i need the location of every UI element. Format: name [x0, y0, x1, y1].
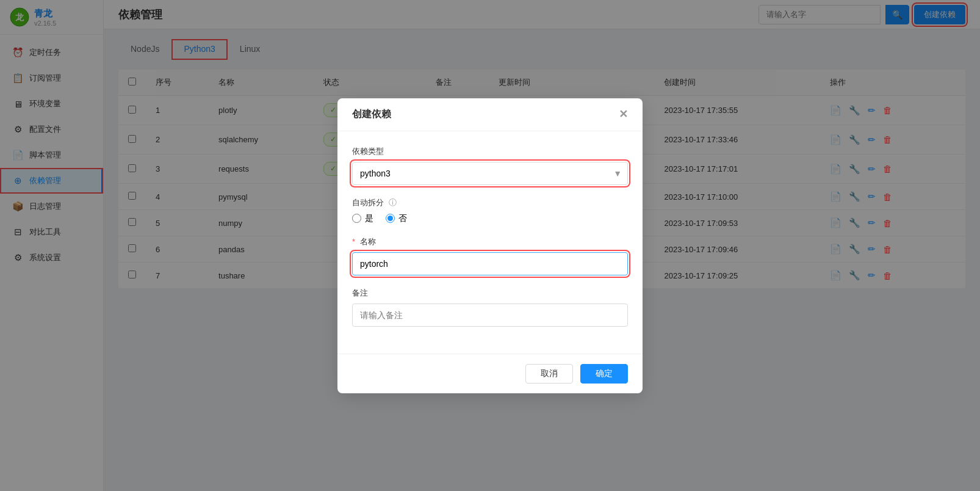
cancel-button[interactable]: 取消 — [525, 364, 573, 384]
modal-title: 创建依赖 — [352, 108, 391, 121]
modal-body: 依赖类型 python3 nodejs linux ▼ 自动拆分 ⓘ — [337, 131, 643, 354]
modal-footer: 取消 确定 — [337, 354, 643, 393]
dependency-type-group: 依赖类型 python3 nodejs linux ▼ — [352, 146, 628, 185]
name-group: * 名称 — [352, 236, 628, 275]
auto-split-yes-option[interactable]: 是 — [352, 213, 373, 224]
modal-header: 创建依赖 ✕ — [337, 98, 643, 131]
remark-input[interactable] — [352, 304, 628, 327]
auto-split-no-radio[interactable] — [386, 214, 395, 223]
modal-overlay: 创建依赖 ✕ 依赖类型 python3 nodejs linux ▼ — [0, 0, 980, 491]
modal-close-button[interactable]: ✕ — [619, 109, 628, 120]
dependency-type-select-wrapper: python3 nodejs linux ▼ — [352, 162, 628, 185]
auto-split-radio-group: 是 否 — [352, 213, 628, 224]
name-input[interactable] — [352, 252, 628, 275]
auto-split-yes-label: 是 — [365, 213, 373, 224]
auto-split-label: 自动拆分 ⓘ — [352, 197, 628, 208]
remark-group: 备注 — [352, 288, 628, 327]
create-dependency-modal: 创建依赖 ✕ 依赖类型 python3 nodejs linux ▼ — [337, 98, 643, 393]
dependency-type-select[interactable]: python3 nodejs linux — [352, 162, 628, 185]
auto-split-no-option[interactable]: 否 — [386, 213, 407, 224]
auto-split-no-label: 否 — [398, 213, 407, 224]
remark-label: 备注 — [352, 288, 628, 299]
auto-split-group: 自动拆分 ⓘ 是 否 — [352, 197, 628, 224]
info-icon: ⓘ — [389, 198, 397, 207]
name-label: * 名称 — [352, 236, 628, 247]
dependency-type-label: 依赖类型 — [352, 146, 628, 157]
auto-split-yes-radio[interactable] — [352, 214, 361, 223]
confirm-button[interactable]: 确定 — [580, 364, 628, 384]
